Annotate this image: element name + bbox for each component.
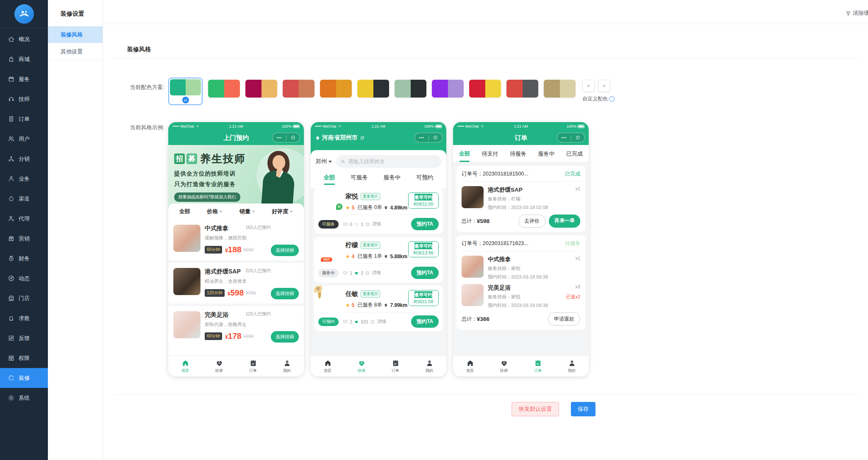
more-menu-icon[interactable]: ••• — [415, 136, 428, 140]
tab-我的[interactable]: 我的 — [412, 356, 446, 376]
sidebar-item-dynamic[interactable]: 动态 — [0, 268, 48, 288]
tab-待服务[interactable]: 待服务 — [509, 145, 527, 162]
tab-首页[interactable]: 首页 — [311, 356, 345, 376]
sidebar-item-tech[interactable]: 技师 — [0, 89, 48, 109]
color-pair[interactable] — [170, 79, 201, 95]
tab-订单[interactable]: 订单 — [378, 356, 412, 376]
sidebar-item-marketing[interactable]: 营销 — [0, 229, 48, 248]
filter-全部[interactable]: 全部 — [179, 208, 190, 215]
order-action-再来一单[interactable]: 再来一单 — [549, 215, 580, 228]
tab-技师[interactable]: 技师 — [345, 356, 378, 376]
close-circle-icon[interactable] — [287, 136, 300, 139]
more-menu-icon[interactable]: ••• — [273, 136, 286, 140]
swatch-10[interactable] — [544, 80, 576, 98]
order-action-去评价[interactable]: 去评价 — [518, 215, 545, 228]
swatch-6[interactable] — [395, 80, 426, 98]
pick-technician-button[interactable]: 选择技师 — [271, 331, 299, 343]
more-menu-icon[interactable]: ••• — [557, 136, 571, 140]
sidebar-item-home[interactable]: 概况 — [0, 29, 48, 49]
color-pair[interactable] — [245, 80, 277, 98]
more-photos-badge[interactable]: 更多照片 — [361, 193, 380, 200]
service-card[interactable]: 港式舒缓SAP 220人已预约 精油养生，全身推拿 120分钟 ¥598 ¥79… — [168, 263, 304, 304]
sidebar-item-perm[interactable]: 权限 — [0, 348, 48, 368]
service-card[interactable]: 中式推拿 162人已预约 缓解颈椎，腰肌劳损 60分钟 ¥188 ¥230 选择… — [168, 220, 304, 260]
tab-可预约[interactable]: 可预约 — [415, 170, 434, 185]
service-card[interactable]: 完美足浴 120人已预约 新陈代谢，细胞再生 60分钟 ¥178 ¥298 选择… — [168, 306, 304, 347]
tab-待支付[interactable]: 待支付 — [481, 145, 499, 162]
color-pair[interactable] — [357, 80, 389, 98]
color-pair[interactable] — [544, 80, 576, 98]
detail-label[interactable]: 详情 — [372, 221, 381, 227]
custom-color-box-2[interactable]: × — [598, 80, 610, 92]
color-pair[interactable] — [283, 80, 314, 98]
sidebar-item-store[interactable]: 门店 — [0, 288, 48, 308]
city-select[interactable]: 郑州 — [316, 158, 332, 165]
sidebar-item-feedback[interactable]: 反馈 — [0, 328, 48, 348]
clear-cache-button[interactable]: 清除缓存 — [846, 9, 868, 17]
submenu-item-1[interactable]: 其他设置 — [48, 43, 103, 60]
sidebar-item-biz[interactable]: 业务 — [0, 169, 48, 189]
book-technician-button[interactable]: 预约TA — [411, 267, 439, 279]
detail-label[interactable]: 详情 — [377, 318, 386, 325]
swatch-9[interactable] — [506, 80, 538, 98]
book-technician-button[interactable]: 预约TA — [411, 315, 439, 328]
swatch-8[interactable] — [469, 80, 501, 98]
location-label[interactable]: 河南省郑州市 — [322, 134, 358, 142]
technician-card[interactable]: HOT 柠檬 更多照片 ★ 4 已服务 1单 5.88km — [314, 237, 443, 282]
tab-服务中[interactable]: 服务中 — [537, 145, 556, 162]
technician-card[interactable]: 优 任敏 更多照片 ★ 5 已服务 8单 7.99k — [314, 286, 443, 331]
recruit-banner[interactable]: 招募 养生技师 提供全方位的技师培训 只为打造做专业的服务 想要挑战高薪吗?那就… — [168, 145, 304, 209]
color-pair[interactable] — [208, 80, 240, 98]
order-action-申请退款[interactable]: 申请退款 — [548, 312, 580, 326]
restore-defaults-button[interactable]: 恢复默认设置 — [512, 402, 559, 416]
order-card[interactable]: 订单号：20230318171623... 待服务 中式推拿 x1 服务技师：家… — [456, 235, 585, 330]
color-pair[interactable] — [469, 80, 501, 98]
sidebar-item-share[interactable]: 分销 — [0, 149, 48, 169]
pick-technician-button[interactable]: 选择技师 — [271, 245, 299, 256]
swatch-2[interactable] — [245, 80, 277, 98]
custom-color-radio[interactable] — [609, 96, 615, 102]
color-pair[interactable] — [432, 80, 464, 98]
color-pair[interactable] — [320, 80, 352, 98]
swatch-selected[interactable] — [168, 78, 203, 105]
swatch-7[interactable] — [432, 80, 464, 98]
tab-技师[interactable]: 技师 — [202, 356, 236, 376]
sidebar-item-sos[interactable]: 求救 — [0, 308, 48, 328]
color-pair[interactable] — [395, 80, 426, 98]
swatch-1[interactable] — [208, 80, 240, 98]
detail-icon[interactable] — [365, 222, 370, 227]
sidebar-item-mall[interactable]: 商城 — [0, 49, 48, 69]
technician-search-input[interactable]: 请输入技师姓名 — [336, 155, 441, 168]
detail-label[interactable]: 详情 — [372, 270, 381, 276]
detail-icon[interactable] — [365, 270, 370, 276]
color-pair[interactable] — [506, 80, 538, 98]
app-logo[interactable] — [14, 4, 34, 24]
detail-icon[interactable] — [370, 319, 375, 324]
relocate-icon[interactable] — [359, 135, 365, 141]
tab-技师[interactable]: 技师 — [487, 356, 521, 376]
sidebar-item-finance[interactable]: 财务 — [0, 248, 48, 268]
sidebar-item-user[interactable]: 用户 — [0, 129, 48, 149]
tab-全部[interactable]: 全部 — [458, 145, 471, 162]
close-circle-icon[interactable] — [571, 136, 585, 139]
wechat-capsule[interactable]: ••• — [272, 133, 300, 142]
tab-我的[interactable]: 我的 — [555, 356, 589, 376]
sidebar-item-decorate[interactable]: 装修 — [0, 368, 48, 388]
tab-订单[interactable]: 订单 — [521, 356, 555, 376]
tab-可服务[interactable]: 可服务 — [350, 170, 369, 185]
save-button[interactable]: 保存 — [571, 402, 595, 416]
order-card[interactable]: 订单号：20230318181500... 已完成 港式舒缓SAP x1 服务技… — [456, 166, 585, 232]
swatch-3[interactable] — [283, 80, 314, 98]
pick-technician-button[interactable]: 选择技师 — [271, 288, 299, 299]
filter-销量[interactable]: 销量 — [239, 208, 255, 215]
filter-好评度[interactable]: 好评度 — [272, 208, 293, 215]
tab-首页[interactable]: 首页 — [168, 356, 202, 376]
sidebar-item-agent[interactable]: 代理 — [0, 209, 48, 229]
close-circle-icon[interactable] — [429, 136, 442, 139]
sidebar-item-channel[interactable]: 渠道 — [0, 189, 48, 209]
custom-color-box-1[interactable]: × — [582, 80, 595, 92]
more-photos-badge[interactable]: 更多照片 — [361, 290, 380, 298]
sidebar-item-service[interactable]: 服务 — [0, 69, 48, 89]
wechat-capsule[interactable]: ••• — [415, 133, 442, 142]
sidebar-item-order[interactable]: 订单 — [0, 109, 48, 129]
